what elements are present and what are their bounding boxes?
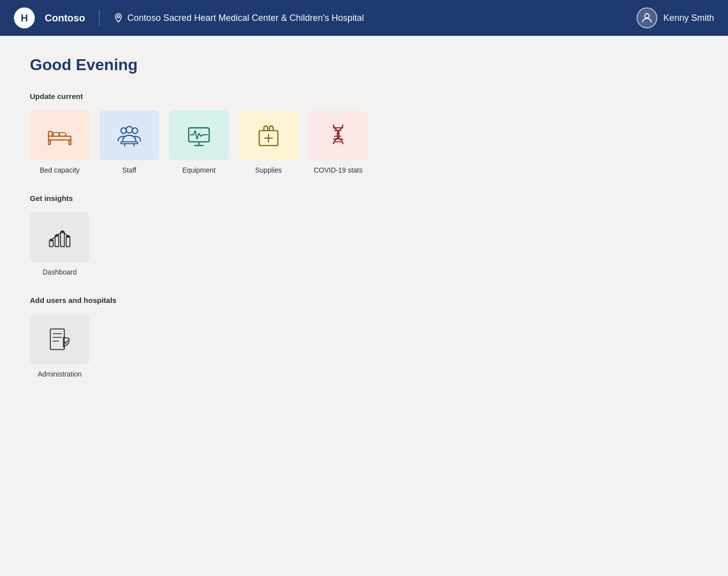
svg-point-33: [56, 234, 59, 237]
card-label-dashboard: Dashboard: [43, 268, 77, 276]
staff-icon: [114, 120, 144, 150]
user-avatar: [637, 7, 657, 28]
card-label-covid-stats: COVID-19 stats: [314, 166, 363, 174]
card-administration[interactable]: Administration: [30, 314, 90, 378]
card-supplies[interactable]: Supplies: [239, 110, 298, 174]
svg-point-32: [50, 239, 53, 242]
svg-point-1: [645, 13, 649, 18]
card-icon-box-dashboard: [30, 212, 90, 262]
covid-stats-icon: [323, 120, 353, 150]
card-icon-box-covid-stats: [308, 110, 368, 160]
card-covid-stats[interactable]: COVID-19 stats: [308, 110, 368, 174]
section-label-insights: Get insights: [30, 194, 698, 202]
section-add-users: Add users and hospitals: [30, 296, 698, 378]
section-update-current: Update current: [30, 92, 698, 174]
bed-capacity-icon: [45, 120, 75, 150]
header-divider: [99, 10, 99, 26]
insights-cards-row: Dashboard: [30, 212, 698, 276]
dashboard-icon: [45, 222, 75, 252]
card-bed-capacity[interactable]: Bed capacity: [30, 110, 90, 174]
greeting-heading: Good Evening: [30, 56, 698, 74]
card-icon-box-equipment: [169, 110, 229, 160]
svg-point-12: [126, 126, 132, 133]
card-dashboard[interactable]: Dashboard: [30, 212, 90, 276]
svg-point-35: [67, 235, 70, 238]
card-label-equipment: Equipment: [182, 166, 216, 174]
card-icon-box-administration: [30, 314, 90, 364]
card-icon-box-staff: [99, 110, 159, 160]
supplies-icon: [254, 120, 283, 150]
user-name: Kenny Smith: [663, 13, 714, 23]
users-cards-row: Administration: [30, 314, 698, 378]
equipment-icon: [184, 120, 214, 150]
card-label-bed-capacity: Bed capacity: [40, 166, 80, 174]
user-info[interactable]: Kenny Smith: [637, 7, 714, 28]
main-content: Good Evening Update current: [0, 36, 728, 418]
card-label-supplies: Supplies: [255, 166, 282, 174]
location-text: Contoso Sacred Heart Medical Center & Ch…: [127, 13, 364, 23]
section-label-update: Update current: [30, 92, 698, 100]
update-cards-row: Bed capacity: [30, 110, 698, 174]
user-icon: [640, 11, 653, 24]
card-label-staff: Staff: [122, 166, 137, 174]
svg-rect-36: [50, 329, 64, 349]
administration-icon: [45, 324, 75, 354]
location-icon: [113, 13, 123, 23]
svg-rect-5: [49, 132, 53, 136]
location-info: Contoso Sacred Heart Medical Center & Ch…: [113, 13, 627, 23]
app-logo: H: [14, 7, 35, 28]
section-label-users: Add users and hospitals: [30, 296, 698, 304]
card-staff[interactable]: Staff: [99, 110, 159, 174]
card-equipment[interactable]: Equipment: [169, 110, 229, 174]
app-header: H Contoso Contoso Sacred Heart Medical C…: [0, 0, 728, 36]
svg-point-0: [117, 15, 119, 17]
brand-name: Contoso: [45, 12, 85, 24]
svg-rect-13: [121, 142, 138, 144]
svg-rect-4: [69, 140, 71, 144]
svg-rect-30: [61, 232, 65, 247]
card-icon-box-bed-capacity: [30, 110, 90, 160]
section-get-insights: Get insights: [30, 194, 698, 276]
card-icon-box-supplies: [239, 110, 298, 160]
svg-rect-31: [66, 236, 70, 247]
svg-rect-3: [49, 140, 51, 144]
card-label-administration: Administration: [38, 370, 82, 378]
svg-point-34: [61, 230, 64, 233]
